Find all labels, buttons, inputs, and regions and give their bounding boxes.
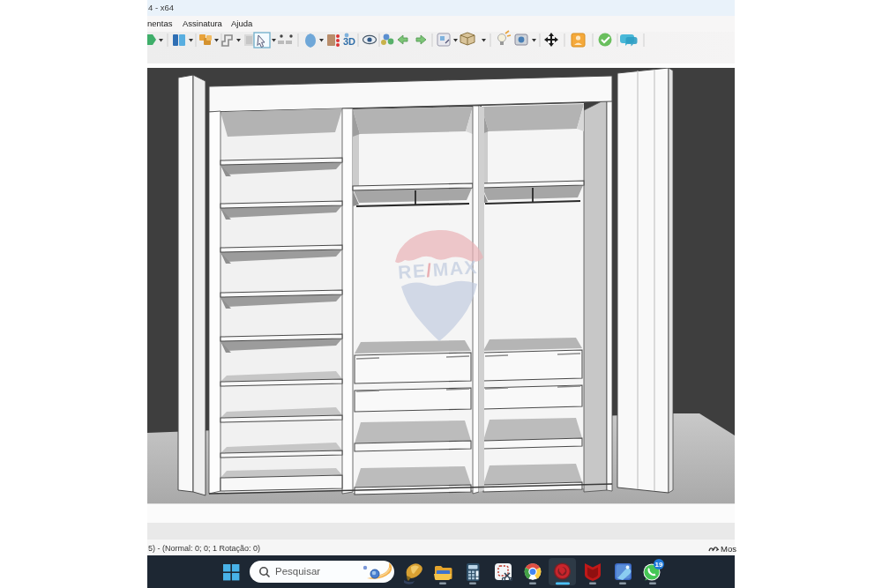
- svg-text:3D: 3D: [343, 36, 355, 47]
- svg-text:Pesquisar: Pesquisar: [275, 566, 320, 577]
- svg-text:19: 19: [655, 561, 663, 569]
